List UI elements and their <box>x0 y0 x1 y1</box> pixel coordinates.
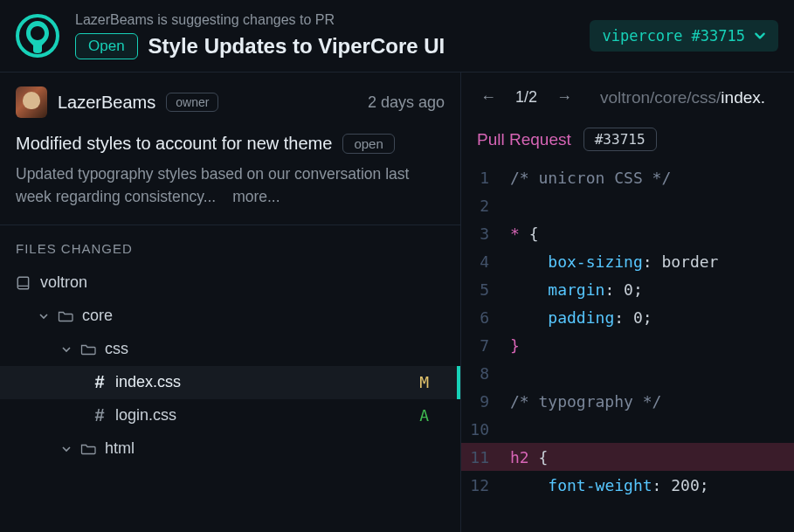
tree-label: login.css <box>115 406 176 425</box>
file-status-added: A <box>419 406 445 425</box>
file-counter: 1/2 <box>515 88 537 107</box>
code-content: h2 { <box>503 448 794 466</box>
code-content: padding: 0; <box>503 308 794 327</box>
code-line[interactable]: 3* { <box>461 219 794 247</box>
code-area[interactable]: 1/* unicron CSS */23* {4 box-sizing: bor… <box>461 163 794 532</box>
line-number: 11 <box>461 448 503 466</box>
code-content: box-sizing: border <box>503 252 794 271</box>
header: LazerBeams is suggesting changes to PR O… <box>0 0 794 73</box>
pr-state-badge: Open <box>75 33 138 59</box>
more-link[interactable]: more... <box>232 188 280 205</box>
author-row: LazerBeams owner 2 days ago <box>0 73 460 127</box>
code-line[interactable]: 7} <box>461 331 794 359</box>
code-line[interactable]: 8 <box>461 359 794 387</box>
tree-repo[interactable]: voltron <box>0 266 460 300</box>
line-number: 2 <box>461 197 503 215</box>
commit-status-badge: open <box>342 134 394 154</box>
line-number: 9 <box>461 392 503 411</box>
tree-label: voltron <box>40 273 87 292</box>
code-line[interactable]: 9/* typography */ <box>461 387 794 415</box>
chevron-down-icon <box>38 311 49 321</box>
author-name: LazerBeams <box>58 93 155 113</box>
tree-label: html <box>105 439 135 458</box>
commit-title: Modified styles to account for new theme <box>16 134 332 154</box>
file-icon: # <box>93 405 107 425</box>
left-panel: LazerBeams owner 2 days ago Modified sty… <box>0 73 461 532</box>
code-line[interactable]: 10 <box>461 415 794 443</box>
avatar[interactable] <box>16 86 47 118</box>
branch-name: vipercore <box>602 27 682 45</box>
commit-summary: Modified styles to account for new theme… <box>0 127 460 225</box>
files-heading: FILES CHANGED <box>0 241 460 266</box>
code-header: ← 1/2 → voltron/core/css/index. <box>461 73 794 122</box>
code-content: * { <box>503 225 794 243</box>
code-line[interactable]: 4 box-sizing: border <box>461 247 794 275</box>
prev-file-button[interactable]: ← <box>477 86 500 108</box>
tree-label: css <box>105 340 128 358</box>
file-status-modified: M <box>419 373 445 391</box>
chevron-down-icon <box>61 444 72 454</box>
commit-description: Updated typography styles based on our c… <box>16 165 409 205</box>
branch-number: #33715 <box>692 27 745 45</box>
code-content: /* typography */ <box>503 392 794 411</box>
file-tree: voltron core css <box>0 266 460 466</box>
line-number: 12 <box>461 476 503 494</box>
code-line[interactable]: 11h2 { <box>461 443 794 471</box>
code-content: } <box>503 336 794 355</box>
pull-request-number[interactable]: #33715 <box>583 128 657 151</box>
tree-folder-core[interactable]: core <box>0 300 460 333</box>
chevron-down-icon <box>754 30 766 42</box>
tree-label: index.css <box>115 373 181 391</box>
app-logo-icon <box>16 14 59 58</box>
line-number: 10 <box>461 420 503 439</box>
line-number: 1 <box>461 169 503 187</box>
chevron-down-icon <box>61 344 72 355</box>
code-line[interactable]: 12 font-weight: 200; <box>461 471 794 499</box>
next-file-button[interactable]: → <box>553 86 576 108</box>
pr-title: Style Updates to ViperCore UI <box>148 34 445 59</box>
branch-selector[interactable]: vipercore #33715 <box>590 20 778 52</box>
folder-icon <box>58 309 73 323</box>
tree-label: core <box>82 307 113 325</box>
code-content: /* unicron CSS */ <box>503 169 794 187</box>
suggest-line: LazerBeams is suggesting changes to PR <box>75 12 574 28</box>
line-number: 6 <box>461 308 503 327</box>
file-icon: # <box>93 372 107 392</box>
code-line[interactable]: 1/* unicron CSS */ <box>461 163 794 191</box>
code-content: margin: 0; <box>503 280 794 299</box>
code-panel: ← 1/2 → voltron/core/css/index. Pull Req… <box>461 73 794 532</box>
line-number: 8 <box>461 364 503 383</box>
svg-point-1 <box>33 29 42 38</box>
files-changed-section: FILES CHANGED voltron core <box>0 225 460 533</box>
line-number: 3 <box>461 225 503 243</box>
folder-icon <box>80 442 96 456</box>
line-number: 4 <box>461 252 503 271</box>
pull-request-label: Pull Request <box>477 130 571 149</box>
code-content: font-weight: 200; <box>503 476 794 494</box>
code-line[interactable]: 2 <box>461 191 794 219</box>
tree-file-index-css[interactable]: # index.css M <box>0 366 460 399</box>
role-badge: owner <box>166 93 218 112</box>
tree-file-login-css[interactable]: # login.css A <box>0 399 460 432</box>
repo-icon <box>16 275 31 291</box>
file-path: voltron/core/css/index. <box>600 88 765 107</box>
tree-folder-html[interactable]: html <box>0 432 460 466</box>
code-line[interactable]: 6 padding: 0; <box>461 303 794 331</box>
folder-icon <box>80 342 96 356</box>
tree-folder-css[interactable]: css <box>0 333 460 366</box>
line-number: 7 <box>461 336 503 355</box>
line-number: 5 <box>461 280 503 299</box>
code-line[interactable]: 5 margin: 0; <box>461 275 794 303</box>
timestamp: 2 days ago <box>368 93 445 112</box>
